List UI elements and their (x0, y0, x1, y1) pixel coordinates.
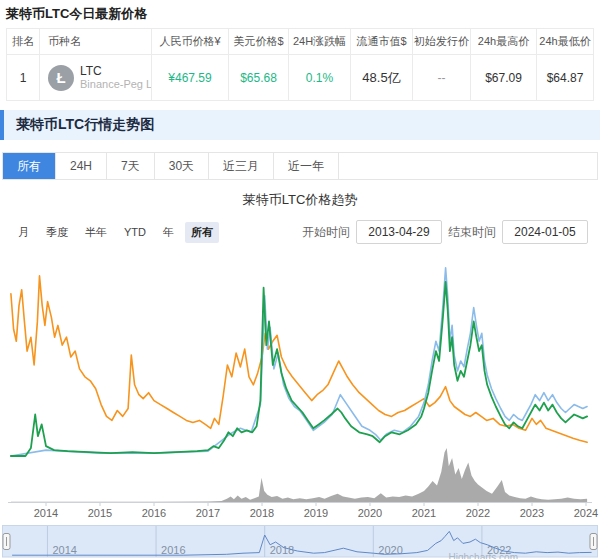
price-line-blue (11, 268, 587, 456)
tab-30d[interactable]: 30天 (155, 153, 209, 179)
col-header-coin: 币种名 (40, 29, 152, 54)
range-selector: 月 季度 半年 YTD 年 所有 (12, 222, 219, 243)
navigator-year-label: 2014 (52, 544, 76, 556)
col-header-market-cap: 流通市值$ (351, 29, 413, 54)
navigator-year-label: 2016 (161, 544, 185, 556)
tab-all[interactable]: 所有 (3, 153, 56, 179)
tab-3m[interactable]: 近三月 (209, 153, 274, 179)
x-axis-label: 2021 (412, 507, 436, 518)
x-axis-label: 2018 (250, 507, 274, 518)
range-button-quarter[interactable]: 季度 (40, 222, 74, 243)
coin-cell[interactable]: Ł LTC Binance-Peg Lite (40, 55, 152, 100)
x-axis-label: 2017 (196, 507, 220, 518)
chart-title: 莱特币LTC价格趋势 (0, 191, 600, 209)
end-date-label: 结束时间 (448, 224, 496, 241)
range-button-halfyear[interactable]: 半年 (79, 222, 113, 243)
coin-fullname: Binance-Peg Lite (80, 78, 151, 91)
period-tab-bar: 所有 24H 7天 30天 近三月 近一年 (2, 152, 598, 180)
x-axis-label: 2020 (358, 507, 382, 518)
coin-symbol: LTC (80, 64, 151, 78)
start-date-input[interactable] (356, 220, 442, 244)
section-title: 莱特币LTC行情走势图 (16, 116, 154, 134)
chart-credit: Highcharts.com (449, 552, 518, 559)
end-date-input[interactable] (502, 220, 588, 244)
col-header-high: 24h最高价 (471, 29, 537, 54)
change-24h: 0.1% (289, 55, 351, 100)
x-axis-label: 2016 (142, 507, 166, 518)
initial-price: -- (413, 55, 471, 100)
tab-24h[interactable]: 24H (56, 153, 107, 179)
price-line-green (11, 282, 587, 456)
range-button-year[interactable]: 年 (157, 222, 180, 243)
low-24h: $64.87 (537, 55, 593, 100)
market-cap: 48.5亿 (351, 55, 413, 100)
table-row[interactable]: 1 Ł LTC Binance-Peg Lite ¥467.59 $65.68 … (7, 55, 593, 100)
volume-area (11, 448, 587, 502)
litecoin-icon: Ł (48, 65, 74, 91)
cny-price: ¥467.59 (152, 55, 229, 100)
price-trend-chart[interactable]: 2014201520162017201820192020202120222023… (0, 245, 600, 518)
start-date-label: 开始时间 (302, 224, 350, 241)
col-header-change: 24H涨跌幅 (289, 29, 351, 54)
page-title: 莱特币LTC今日最新价格 (6, 5, 594, 23)
col-header-cny-price: 人民币价格¥ (152, 29, 229, 54)
x-axis-label: 2024 (574, 507, 598, 518)
col-header-initial-price: 初始发行价 (413, 29, 471, 54)
tab-1y[interactable]: 近一年 (274, 153, 339, 179)
col-header-usd-price: 美元价格$ (229, 29, 289, 54)
col-header-rank: 排名 (7, 29, 40, 54)
tab-7d[interactable]: 7天 (107, 153, 155, 179)
chart-controls: 月 季度 半年 YTD 年 所有 开始时间 结束时间 (12, 220, 588, 244)
x-axis-label: 2019 (304, 507, 328, 518)
price-table: 排名 币种名 人民币价格¥ 美元价格$ 24H涨跌幅 流通市值$ 初始发行价 2… (6, 28, 594, 101)
usd-price: $65.68 (229, 55, 289, 100)
x-axis-label: 2015 (88, 507, 112, 518)
range-button-month[interactable]: 月 (12, 222, 35, 243)
table-header-row: 排名 币种名 人民币价格¥ 美元价格$ 24H涨跌幅 流通市值$ 初始发行价 2… (7, 29, 593, 55)
date-range-controls: 开始时间 结束时间 (302, 220, 588, 244)
rank-cell: 1 (7, 55, 40, 100)
high-24h: $67.09 (471, 55, 537, 100)
x-axis-label: 2023 (520, 507, 544, 518)
col-header-low: 24h最低价 (537, 29, 593, 54)
range-button-ytd[interactable]: YTD (118, 223, 152, 241)
range-button-all[interactable]: 所有 (185, 222, 219, 243)
x-axis-label: 2022 (466, 507, 490, 518)
section-header: 莱特币LTC行情走势图 (0, 110, 600, 140)
coin-names: LTC Binance-Peg Lite (80, 64, 151, 92)
x-axis-label: 2014 (34, 507, 58, 518)
